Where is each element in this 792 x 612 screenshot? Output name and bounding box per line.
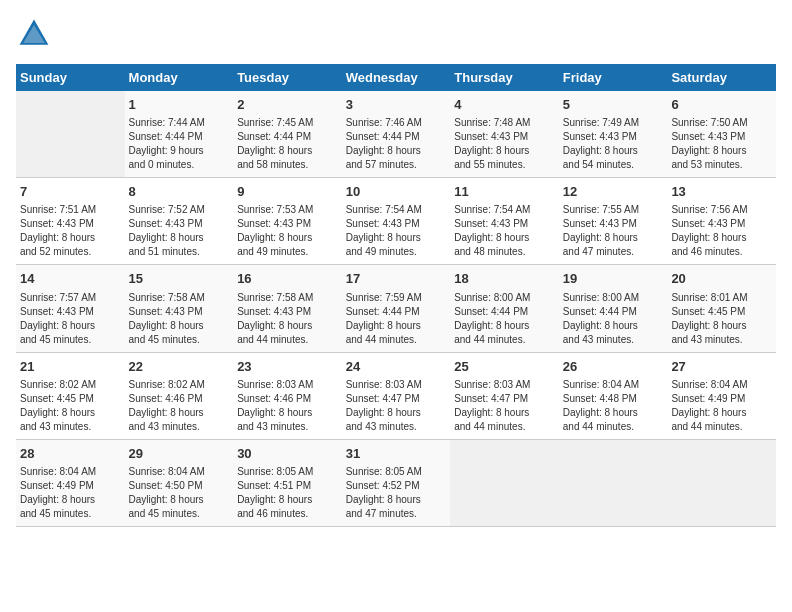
day-info: Sunrise: 7:55 AM Sunset: 4:43 PM Dayligh…	[563, 203, 664, 259]
day-info: Sunrise: 7:49 AM Sunset: 4:43 PM Dayligh…	[563, 116, 664, 172]
day-number: 7	[20, 183, 121, 201]
header-cell-thursday: Thursday	[450, 64, 559, 91]
day-cell: 1Sunrise: 7:44 AM Sunset: 4:44 PM Daylig…	[125, 91, 234, 178]
day-number: 12	[563, 183, 664, 201]
day-cell: 19Sunrise: 8:00 AM Sunset: 4:44 PM Dayli…	[559, 265, 668, 352]
day-number: 6	[671, 96, 772, 114]
day-info: Sunrise: 8:02 AM Sunset: 4:45 PM Dayligh…	[20, 378, 121, 434]
day-info: Sunrise: 8:04 AM Sunset: 4:50 PM Dayligh…	[129, 465, 230, 521]
day-info: Sunrise: 8:04 AM Sunset: 4:49 PM Dayligh…	[671, 378, 772, 434]
calendar-table: SundayMondayTuesdayWednesdayThursdayFrid…	[16, 64, 776, 527]
day-number: 14	[20, 270, 121, 288]
day-cell: 29Sunrise: 8:04 AM Sunset: 4:50 PM Dayli…	[125, 439, 234, 526]
header-cell-tuesday: Tuesday	[233, 64, 342, 91]
day-info: Sunrise: 8:01 AM Sunset: 4:45 PM Dayligh…	[671, 291, 772, 347]
day-number: 24	[346, 358, 447, 376]
day-number: 30	[237, 445, 338, 463]
day-cell	[667, 439, 776, 526]
day-number: 20	[671, 270, 772, 288]
day-cell: 25Sunrise: 8:03 AM Sunset: 4:47 PM Dayli…	[450, 352, 559, 439]
day-cell: 6Sunrise: 7:50 AM Sunset: 4:43 PM Daylig…	[667, 91, 776, 178]
day-info: Sunrise: 7:59 AM Sunset: 4:44 PM Dayligh…	[346, 291, 447, 347]
day-info: Sunrise: 7:48 AM Sunset: 4:43 PM Dayligh…	[454, 116, 555, 172]
day-info: Sunrise: 7:52 AM Sunset: 4:43 PM Dayligh…	[129, 203, 230, 259]
day-cell: 17Sunrise: 7:59 AM Sunset: 4:44 PM Dayli…	[342, 265, 451, 352]
day-info: Sunrise: 7:58 AM Sunset: 4:43 PM Dayligh…	[129, 291, 230, 347]
day-number: 29	[129, 445, 230, 463]
day-number: 5	[563, 96, 664, 114]
day-info: Sunrise: 8:02 AM Sunset: 4:46 PM Dayligh…	[129, 378, 230, 434]
day-info: Sunrise: 7:45 AM Sunset: 4:44 PM Dayligh…	[237, 116, 338, 172]
day-cell: 4Sunrise: 7:48 AM Sunset: 4:43 PM Daylig…	[450, 91, 559, 178]
day-number: 10	[346, 183, 447, 201]
calendar-header: SundayMondayTuesdayWednesdayThursdayFrid…	[16, 64, 776, 91]
day-info: Sunrise: 7:50 AM Sunset: 4:43 PM Dayligh…	[671, 116, 772, 172]
day-cell: 28Sunrise: 8:04 AM Sunset: 4:49 PM Dayli…	[16, 439, 125, 526]
day-cell: 16Sunrise: 7:58 AM Sunset: 4:43 PM Dayli…	[233, 265, 342, 352]
week-row-1: 1Sunrise: 7:44 AM Sunset: 4:44 PM Daylig…	[16, 91, 776, 178]
day-info: Sunrise: 8:05 AM Sunset: 4:51 PM Dayligh…	[237, 465, 338, 521]
day-cell: 18Sunrise: 8:00 AM Sunset: 4:44 PM Dayli…	[450, 265, 559, 352]
logo-icon	[16, 16, 52, 52]
day-cell: 26Sunrise: 8:04 AM Sunset: 4:48 PM Dayli…	[559, 352, 668, 439]
day-number: 8	[129, 183, 230, 201]
day-number: 23	[237, 358, 338, 376]
calendar-body: 1Sunrise: 7:44 AM Sunset: 4:44 PM Daylig…	[16, 91, 776, 526]
day-info: Sunrise: 7:46 AM Sunset: 4:44 PM Dayligh…	[346, 116, 447, 172]
header-cell-sunday: Sunday	[16, 64, 125, 91]
day-number: 21	[20, 358, 121, 376]
day-cell: 21Sunrise: 8:02 AM Sunset: 4:45 PM Dayli…	[16, 352, 125, 439]
day-number: 18	[454, 270, 555, 288]
day-number: 4	[454, 96, 555, 114]
day-number: 3	[346, 96, 447, 114]
day-info: Sunrise: 8:03 AM Sunset: 4:47 PM Dayligh…	[346, 378, 447, 434]
day-number: 22	[129, 358, 230, 376]
page-header	[16, 16, 776, 52]
day-cell: 2Sunrise: 7:45 AM Sunset: 4:44 PM Daylig…	[233, 91, 342, 178]
day-info: Sunrise: 7:54 AM Sunset: 4:43 PM Dayligh…	[454, 203, 555, 259]
day-number: 9	[237, 183, 338, 201]
day-cell: 27Sunrise: 8:04 AM Sunset: 4:49 PM Dayli…	[667, 352, 776, 439]
week-row-4: 21Sunrise: 8:02 AM Sunset: 4:45 PM Dayli…	[16, 352, 776, 439]
day-cell: 15Sunrise: 7:58 AM Sunset: 4:43 PM Dayli…	[125, 265, 234, 352]
day-number: 13	[671, 183, 772, 201]
day-info: Sunrise: 7:57 AM Sunset: 4:43 PM Dayligh…	[20, 291, 121, 347]
day-cell: 7Sunrise: 7:51 AM Sunset: 4:43 PM Daylig…	[16, 178, 125, 265]
day-cell: 8Sunrise: 7:52 AM Sunset: 4:43 PM Daylig…	[125, 178, 234, 265]
header-cell-saturday: Saturday	[667, 64, 776, 91]
day-number: 27	[671, 358, 772, 376]
day-cell: 11Sunrise: 7:54 AM Sunset: 4:43 PM Dayli…	[450, 178, 559, 265]
day-info: Sunrise: 8:05 AM Sunset: 4:52 PM Dayligh…	[346, 465, 447, 521]
day-cell: 30Sunrise: 8:05 AM Sunset: 4:51 PM Dayli…	[233, 439, 342, 526]
day-cell: 24Sunrise: 8:03 AM Sunset: 4:47 PM Dayli…	[342, 352, 451, 439]
week-row-2: 7Sunrise: 7:51 AM Sunset: 4:43 PM Daylig…	[16, 178, 776, 265]
day-info: Sunrise: 8:04 AM Sunset: 4:48 PM Dayligh…	[563, 378, 664, 434]
day-number: 15	[129, 270, 230, 288]
day-info: Sunrise: 8:03 AM Sunset: 4:47 PM Dayligh…	[454, 378, 555, 434]
week-row-5: 28Sunrise: 8:04 AM Sunset: 4:49 PM Dayli…	[16, 439, 776, 526]
day-info: Sunrise: 7:58 AM Sunset: 4:43 PM Dayligh…	[237, 291, 338, 347]
header-cell-friday: Friday	[559, 64, 668, 91]
day-number: 19	[563, 270, 664, 288]
day-info: Sunrise: 8:03 AM Sunset: 4:46 PM Dayligh…	[237, 378, 338, 434]
day-info: Sunrise: 8:04 AM Sunset: 4:49 PM Dayligh…	[20, 465, 121, 521]
day-cell	[450, 439, 559, 526]
day-info: Sunrise: 7:51 AM Sunset: 4:43 PM Dayligh…	[20, 203, 121, 259]
day-number: 2	[237, 96, 338, 114]
day-cell	[16, 91, 125, 178]
day-cell: 13Sunrise: 7:56 AM Sunset: 4:43 PM Dayli…	[667, 178, 776, 265]
day-cell: 3Sunrise: 7:46 AM Sunset: 4:44 PM Daylig…	[342, 91, 451, 178]
day-number: 28	[20, 445, 121, 463]
day-info: Sunrise: 7:44 AM Sunset: 4:44 PM Dayligh…	[129, 116, 230, 172]
header-cell-wednesday: Wednesday	[342, 64, 451, 91]
day-info: Sunrise: 7:56 AM Sunset: 4:43 PM Dayligh…	[671, 203, 772, 259]
day-cell: 5Sunrise: 7:49 AM Sunset: 4:43 PM Daylig…	[559, 91, 668, 178]
week-row-3: 14Sunrise: 7:57 AM Sunset: 4:43 PM Dayli…	[16, 265, 776, 352]
logo	[16, 16, 56, 52]
day-number: 1	[129, 96, 230, 114]
day-cell: 12Sunrise: 7:55 AM Sunset: 4:43 PM Dayli…	[559, 178, 668, 265]
day-cell: 14Sunrise: 7:57 AM Sunset: 4:43 PM Dayli…	[16, 265, 125, 352]
day-cell: 23Sunrise: 8:03 AM Sunset: 4:46 PM Dayli…	[233, 352, 342, 439]
day-number: 31	[346, 445, 447, 463]
day-cell	[559, 439, 668, 526]
